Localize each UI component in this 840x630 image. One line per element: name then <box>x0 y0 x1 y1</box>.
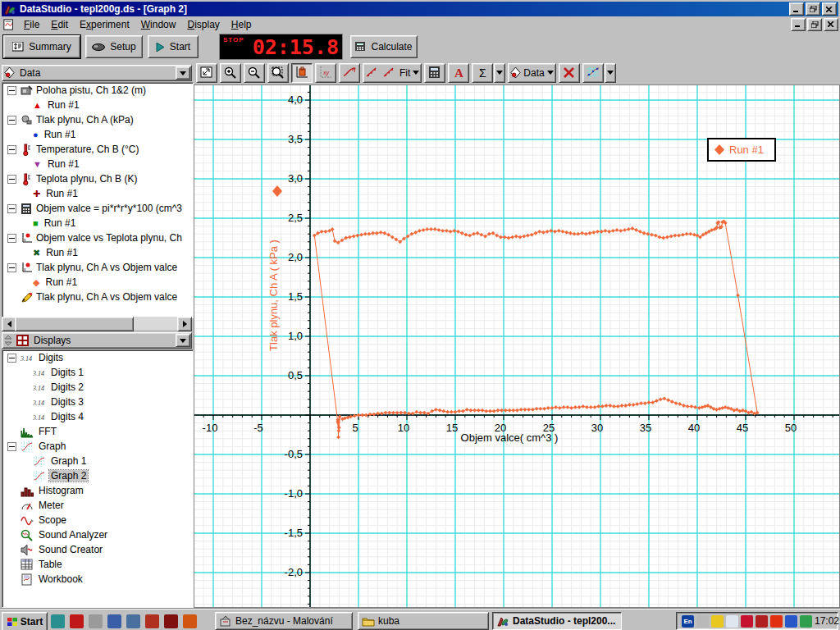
document-icon[interactable] <box>3 19 15 30</box>
display-item-digits-4[interactable]: 3.14Digits 4 <box>2 409 193 424</box>
menu-display[interactable]: Display <box>181 17 225 32</box>
data-panel-header[interactable]: Data <box>2 65 192 81</box>
start-recording-button[interactable]: Start <box>148 35 199 58</box>
task-button-3[interactable]: DataStudio - tepl200... <box>492 612 622 630</box>
quick-launch-dragon-icon[interactable] <box>145 614 159 628</box>
curve-fit-tool-button[interactable] <box>339 63 360 83</box>
statistics-menu-button-dropdown[interactable] <box>494 63 505 83</box>
display-item-digits[interactable]: 3.14Digits <box>2 350 193 365</box>
start-menu-button[interactable]: Start <box>2 612 48 630</box>
menu-experiment[interactable]: Experiment <box>74 17 135 32</box>
slope-tool-button[interactable]: xy <box>315 63 336 83</box>
quick-launch-calculator-icon[interactable] <box>126 614 140 628</box>
data-run-item[interactable]: ▲Run #1 <box>2 98 193 112</box>
graph-settings-button[interactable] <box>582 63 604 83</box>
display-item-workbook[interactable]: Workbook <box>2 572 193 587</box>
data-run-item[interactable]: ✖Run #1 <box>2 245 193 260</box>
graph-canvas[interactable]: -10-551015202530354045504,03,53,02,52,01… <box>194 85 839 607</box>
data-run-item[interactable]: ✚Run #1 <box>2 186 193 201</box>
child-restore-button[interactable] <box>807 18 822 31</box>
child-minimize-button[interactable] <box>791 18 806 31</box>
scroll-right-button[interactable] <box>177 317 192 331</box>
summary-button[interactable]: Summary <box>3 35 80 58</box>
displays-panel-header[interactable]: Displays <box>2 332 192 349</box>
close-button[interactable] <box>822 2 837 16</box>
delete-button[interactable] <box>559 63 580 83</box>
graph-plot-area[interactable]: -10-551015202530354045504,03,53,02,52,01… <box>194 84 840 608</box>
calculate-button[interactable]: Calculate <box>350 35 418 58</box>
tray-pen-icon[interactable] <box>800 615 812 628</box>
title-bar[interactable]: DataStudio - tepl200g.ds - [Graph 2] <box>2 2 838 16</box>
data-run-item[interactable]: ▼Run #1 <box>2 157 193 171</box>
restore-button[interactable] <box>806 2 820 16</box>
smart-tool-button[interactable] <box>291 63 313 83</box>
data-item[interactable]: Objem valce = pi*r*r*y*100 (cm^3 <box>2 201 193 216</box>
scroll-thumb[interactable] <box>15 317 134 331</box>
data-item[interactable]: Temperature, Ch B (°C) <box>2 142 193 157</box>
quick-launch-pen-icon[interactable] <box>107 614 121 628</box>
quick-launch-paint-icon[interactable] <box>51 614 65 628</box>
display-item-digits-3[interactable]: 3.14Digits 3 <box>2 395 193 409</box>
tray-agent-icon[interactable] <box>756 615 768 628</box>
display-item-graph-2[interactable]: Graph 2 <box>2 468 193 483</box>
display-item-digits-2[interactable]: 3.14Digits 2 <box>2 380 193 395</box>
collapse-toggle[interactable] <box>7 175 16 184</box>
task-button-1[interactable]: Bez_názvu - Malování <box>215 612 353 630</box>
language-indicator[interactable]: En <box>682 615 694 628</box>
display-item-histogram[interactable]: Histogram <box>2 483 193 498</box>
quick-launch-dove-icon[interactable] <box>89 614 103 628</box>
menu-file[interactable]: File <box>18 17 45 32</box>
displays-panel-menu-button[interactable] <box>176 334 190 347</box>
tray-yellow-icon[interactable] <box>711 615 724 628</box>
graph-settings-button-dropdown[interactable] <box>605 63 616 83</box>
display-item-sound-creator[interactable]: Sound Creator <box>2 542 193 557</box>
data-item[interactable]: xTlak plynu, Ch A vs Objem valce <box>2 260 193 275</box>
display-item-digits-1[interactable]: 3.14Digits 1 <box>2 365 193 380</box>
data-run-item[interactable]: ■Run #1 <box>2 216 193 231</box>
data-run-item[interactable]: ◆Run #1 <box>2 275 193 290</box>
task-button-2[interactable]: kuba <box>358 612 489 630</box>
display-item-sound-analyzer[interactable]: Sound Analyzer <box>2 527 193 542</box>
scale-to-fit-button[interactable] <box>196 63 217 83</box>
tray-scheduler-icon[interactable] <box>726 615 738 628</box>
display-item-graph[interactable]: Graph <box>2 439 193 454</box>
data-panel-menu-button[interactable] <box>176 66 190 80</box>
fit-menu-button[interactable]: Fit <box>363 63 422 83</box>
calculator-tool-button[interactable] <box>424 63 445 83</box>
collapse-toggle[interactable] <box>7 263 16 272</box>
zoom-select-button[interactable] <box>267 63 289 83</box>
collapse-toggle[interactable] <box>7 145 16 154</box>
data-item[interactable]: Tlak plynu, Ch A (kPa) <box>2 112 193 127</box>
data-menu-button[interactable]: Data <box>508 63 555 83</box>
menu-help[interactable]: Help <box>226 17 258 32</box>
collapse-toggle[interactable] <box>7 86 16 95</box>
data-item[interactable]: Teplota plynu, Ch B (K) <box>2 171 193 186</box>
menu-window[interactable]: Window <box>135 17 182 32</box>
collapse-toggle[interactable] <box>7 442 16 451</box>
data-run-item[interactable]: ●Run #1 <box>2 127 193 142</box>
child-close-button[interactable] <box>824 18 838 31</box>
tray-volume-icon[interactable] <box>696 615 709 628</box>
quick-launch-flame-icon[interactable] <box>183 614 197 628</box>
display-item-meter[interactable]: Meter <box>2 498 193 513</box>
zoom-out-button[interactable] <box>244 63 265 83</box>
menu-edit[interactable]: Edit <box>45 17 74 32</box>
text-annotation-button[interactable]: A <box>448 63 469 83</box>
statistics-menu-button[interactable]: Σ <box>472 63 493 83</box>
data-item[interactable]: xObjem valce vs Teplota plynu, Ch <box>2 231 193 245</box>
data-tree-hscrollbar[interactable] <box>2 317 192 330</box>
display-item-fft[interactable]: FFT <box>2 424 193 439</box>
minimize-button[interactable] <box>789 2 804 16</box>
collapse-toggle[interactable] <box>7 204 16 213</box>
data-item[interactable]: Poloha pistu, Ch 1&2 (m) <box>2 83 193 98</box>
data-item[interactable]: Tlak plynu, Ch A vs Objem valce <box>2 290 193 304</box>
tray-power-icon[interactable] <box>770 615 783 628</box>
quick-launch-opera-icon[interactable] <box>164 614 178 628</box>
display-item-scope[interactable]: Scope <box>2 513 193 527</box>
collapse-toggle[interactable] <box>7 234 16 243</box>
display-item-graph-1[interactable]: Graph 1 <box>2 454 193 468</box>
zoom-in-button[interactable] <box>220 63 241 83</box>
collapse-toggle[interactable] <box>7 116 16 125</box>
display-item-table[interactable]: Table <box>2 557 193 572</box>
quick-launch-acrobat-icon[interactable] <box>70 614 84 628</box>
